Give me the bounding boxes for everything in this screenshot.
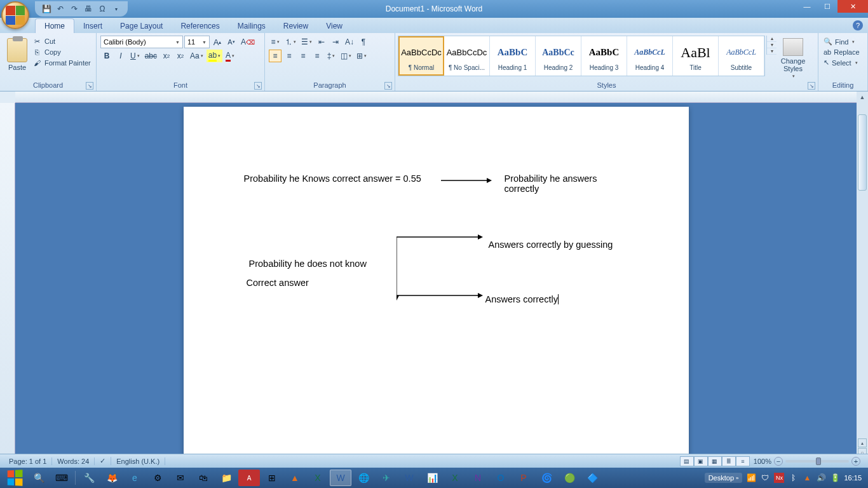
security-tray-icon[interactable]: 🛡 <box>760 473 770 483</box>
chrome2-taskbar-icon[interactable]: 🟢 <box>559 470 580 486</box>
select-button[interactable]: ↖Select▾ <box>822 58 859 67</box>
print-icon[interactable]: 🖶 <box>83 4 93 14</box>
multilevel-button[interactable]: ☰▾ <box>299 36 314 48</box>
clock[interactable]: 16:15 <box>844 474 862 482</box>
chrome-taskbar-icon[interactable]: 🌐 <box>353 470 374 486</box>
justify-button[interactable]: ≡ <box>311 50 323 62</box>
tab-page-layout[interactable]: Page Layout <box>111 19 172 33</box>
edge-taskbar-icon[interactable]: 🌀 <box>536 470 557 486</box>
style-item-subtitle[interactable]: AaBbCcLSubtitle <box>719 36 764 76</box>
strike-button[interactable]: abc <box>143 50 159 62</box>
zoom-slider[interactable] <box>785 460 849 463</box>
align-left-button[interactable]: ≡ <box>269 50 281 62</box>
print-layout-view[interactable]: ▤ <box>680 456 694 466</box>
app2-taskbar-icon[interactable]: 📊 <box>421 470 443 486</box>
onenote-taskbar-icon[interactable]: N <box>467 470 489 486</box>
font-name-select[interactable]: Calibri (Body)▼ <box>100 36 183 48</box>
app1-taskbar-icon[interactable]: ⊞ <box>261 470 283 486</box>
prev-page-icon[interactable]: ▴ <box>858 438 867 447</box>
vlc-tray-icon[interactable]: ▲ <box>802 473 812 483</box>
full-screen-view[interactable]: ▣ <box>694 456 708 466</box>
redo-icon[interactable]: ↷ <box>69 4 79 14</box>
style-item-title[interactable]: AaBlTitle <box>673 36 719 76</box>
styles-dialog-launcher[interactable]: ↘ <box>808 82 815 90</box>
language-status[interactable]: English (U.K.) <box>111 458 165 465</box>
grow-font-button[interactable]: A▴ <box>211 36 224 48</box>
word-taskbar-icon[interactable]: W <box>330 470 351 486</box>
pdf-taskbar-icon[interactable]: A <box>238 470 260 486</box>
zoom-level[interactable]: 100% <box>754 458 771 465</box>
tab-view[interactable]: View <box>317 19 351 33</box>
mail-taskbar-icon[interactable]: ✉ <box>170 470 191 486</box>
cut-button[interactable]: ✂Cut <box>32 37 91 46</box>
sort-button[interactable]: A↓ <box>343 36 356 48</box>
style-item---normal[interactable]: AaBbCcDc¶ Normal <box>398 36 444 76</box>
lang-tray-icon[interactable]: Nx <box>774 473 784 483</box>
outline-view[interactable]: ≣ <box>722 456 736 466</box>
style-item-heading-4[interactable]: AaBbCcLHeading 4 <box>627 36 673 76</box>
telegram-taskbar-icon[interactable]: ✈ <box>376 470 397 486</box>
word-count[interactable]: Words: 24 <box>52 458 95 465</box>
line-spacing-button[interactable]: ‡▾ <box>325 50 337 62</box>
replace-button[interactable]: abReplace <box>822 48 861 57</box>
volume-tray-icon[interactable]: 🔊 <box>816 473 826 483</box>
document-page[interactable]: Probability he Knows correct answer = 0.… <box>184 107 689 468</box>
clear-format-button[interactable]: A⌫ <box>239 36 257 48</box>
align-right-button[interactable]: ≡ <box>297 50 309 62</box>
shading-button[interactable]: ◫▾ <box>339 50 353 62</box>
word365-taskbar-icon[interactable]: W <box>398 470 420 486</box>
numbering-button[interactable]: ⒈▾ <box>283 36 298 48</box>
vertical-scrollbar[interactable]: ▲ ▼ ▴ ○ ▾ <box>857 92 868 468</box>
tab-mailings[interactable]: Mailings <box>229 19 275 33</box>
copy-button[interactable]: ⎘Copy <box>32 48 91 57</box>
vertical-ruler[interactable] <box>0 103 15 468</box>
italic-button[interactable]: I <box>114 50 127 62</box>
help-icon[interactable]: ? <box>853 20 863 30</box>
maximize-button[interactable]: ☐ <box>817 0 837 13</box>
highlight-button[interactable]: ab▾ <box>207 50 222 62</box>
outlook-taskbar-icon[interactable]: O <box>490 470 512 486</box>
paragraph-dialog-launcher[interactable]: ↘ <box>384 82 392 90</box>
close-button[interactable]: ✕ <box>837 0 868 13</box>
save-icon[interactable]: 💾 <box>41 4 51 14</box>
draft-view[interactable]: ≡ <box>736 456 750 466</box>
minimize-button[interactable]: — <box>797 0 817 13</box>
decrease-indent-button[interactable]: ⇤ <box>315 36 328 48</box>
keyboard-taskbar-icon[interactable]: ⌨ <box>51 470 72 486</box>
show-desktop-button[interactable]: Desktop» <box>705 473 743 483</box>
undo-icon[interactable]: ↶ <box>55 4 65 14</box>
settings-taskbar-icon[interactable]: ⚙ <box>147 470 168 486</box>
font-size-select[interactable]: 11▼ <box>184 36 210 48</box>
subscript-button[interactable]: x2 <box>160 50 173 62</box>
files-taskbar-icon[interactable]: 📁 <box>215 470 237 486</box>
superscript-button[interactable]: x2 <box>174 50 187 62</box>
bluetooth-tray-icon[interactable]: ᛒ <box>788 473 798 483</box>
zoom-in-button[interactable]: + <box>851 457 860 466</box>
start-button[interactable] <box>3 469 27 487</box>
bullets-button[interactable]: ≡▾ <box>269 36 281 48</box>
explorer-taskbar-icon[interactable]: 🔧 <box>78 470 100 486</box>
style-item-heading-3[interactable]: AaBbCHeading 3 <box>581 36 627 76</box>
change-case-button[interactable]: Aa▾ <box>188 50 205 62</box>
store-taskbar-icon[interactable]: 🛍 <box>193 470 214 486</box>
change-styles-button[interactable]: Change Styles ▾ <box>778 36 808 79</box>
borders-button[interactable]: ⊞▾ <box>355 50 369 62</box>
paste-button[interactable]: Paste <box>4 36 31 71</box>
zoom-out-button[interactable]: − <box>774 457 783 466</box>
increase-indent-button[interactable]: ⇥ <box>329 36 342 48</box>
vlc-taskbar-icon[interactable]: ▲ <box>284 470 306 486</box>
style-item-heading-1[interactable]: AaBbCHeading 1 <box>490 36 536 76</box>
firefox-taskbar-icon[interactable]: 🦊 <box>101 470 123 486</box>
tab-home[interactable]: Home <box>35 18 74 33</box>
show-marks-button[interactable]: ¶ <box>357 36 370 48</box>
find-button[interactable]: 🔍Find▾ <box>822 37 856 46</box>
styles-scroll[interactable]: ▴▾▾ <box>766 36 776 55</box>
proofing-icon[interactable]: ✓ <box>95 457 111 465</box>
excel2-taskbar-icon[interactable]: X <box>307 470 329 486</box>
app3-taskbar-icon[interactable]: 🔷 <box>581 470 603 486</box>
shrink-font-button[interactable]: A▾ <box>225 36 238 48</box>
search-taskbar-icon[interactable]: 🔍 <box>28 470 50 486</box>
omega-icon[interactable]: Ω <box>97 4 107 14</box>
scrollbar-thumb[interactable] <box>858 114 867 191</box>
page-status[interactable]: Page: 1 of 1 <box>4 458 52 465</box>
